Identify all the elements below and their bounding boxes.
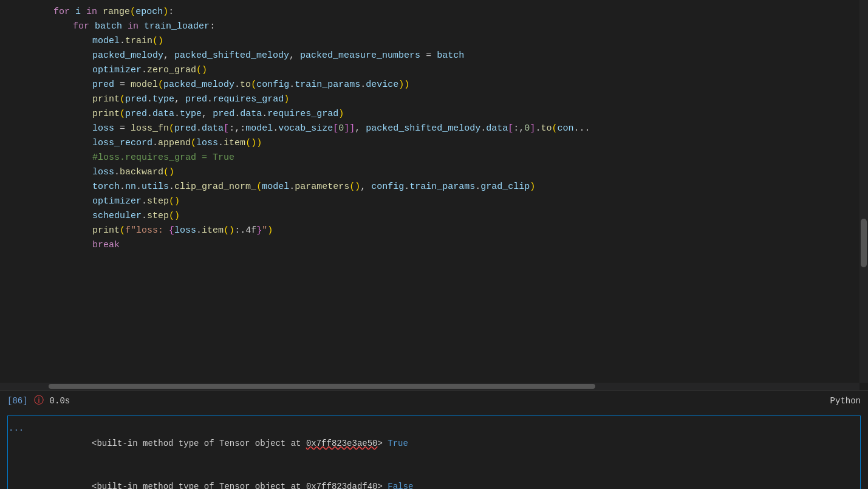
code-line-8: print(pred.data.type, pred.data.requires…	[0, 107, 868, 121]
code-line-16: print(f"loss: {loss.item():.4f}")	[0, 224, 868, 238]
code-line-1: for i in range(epoch):	[0, 5, 868, 19]
code-line-4: packed_melody, packed_shifted_melody, pa…	[0, 49, 868, 63]
horizontal-scrollbar-thumb[interactable]	[49, 384, 595, 389]
output-wrapper: ... <built-in method type of Tensor obje…	[0, 415, 868, 489]
editor-container: for i in range(epoch): for batch in trai…	[0, 0, 868, 489]
code-line-17: break	[0, 238, 868, 253]
status-bar: [86] ⓘ 0.0s Python	[0, 390, 868, 411]
output-line-1: <built-in method type of Tensor object a…	[41, 422, 852, 465]
code-line-7: print(pred.type, pred.requires_grad)	[0, 92, 868, 107]
code-line-13: torch.nn.utils.clip_grad_norm_(model.par…	[0, 180, 868, 194]
code-line-3: model.train()	[0, 34, 868, 49]
code-line-5: optimizer.zero_grad()	[0, 63, 868, 78]
output-content: <built-in method type of Tensor object a…	[16, 422, 852, 489]
code-line-15: scheduler.step()	[0, 209, 868, 224]
code-line-9: loss = loss_fn(pred.data[:,:model.vocab_…	[0, 121, 868, 136]
execution-time: 0.0s	[50, 396, 70, 406]
output-line-2: <built-in method type of Tensor object a…	[41, 465, 852, 489]
language-label: Python	[830, 396, 861, 406]
output-prefix: ...	[9, 422, 24, 436]
code-line-14: optimizer.step()	[0, 194, 868, 209]
code-line-10: loss_record.append(loss.item())	[0, 136, 868, 151]
horizontal-scrollbar[interactable]	[0, 383, 859, 390]
code-line-6: pred = model(packed_melody.to(config.tra…	[0, 78, 868, 92]
error-icon: ⓘ	[34, 394, 44, 407]
cell-number: [86]	[7, 396, 28, 406]
code-area[interactable]: for i in range(epoch): for batch in trai…	[0, 0, 868, 383]
scrollbar-thumb[interactable]	[861, 219, 867, 267]
output-area: ... <built-in method type of Tensor obje…	[7, 415, 861, 489]
vertical-scrollbar[interactable]	[859, 0, 868, 383]
code-line-2: for batch in train_loader:	[0, 19, 868, 34]
code-line-12: loss.backward()	[0, 165, 868, 180]
code-line-11: #loss.requires_grad = True	[0, 151, 868, 165]
